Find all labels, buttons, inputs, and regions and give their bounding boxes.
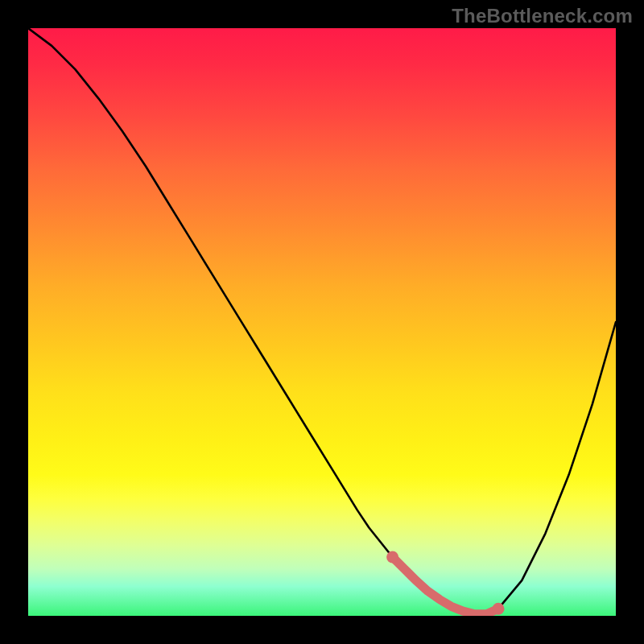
highlight-dot-left [386,551,398,564]
curve-path [28,28,616,614]
plot-area [28,28,616,616]
chart-curve [28,28,616,616]
chart-frame: TheBottleneck.com [0,0,644,644]
watermark-text: TheBottleneck.com [452,5,633,27]
highlight-dot-right [493,603,505,615]
highlight-path [393,557,498,614]
